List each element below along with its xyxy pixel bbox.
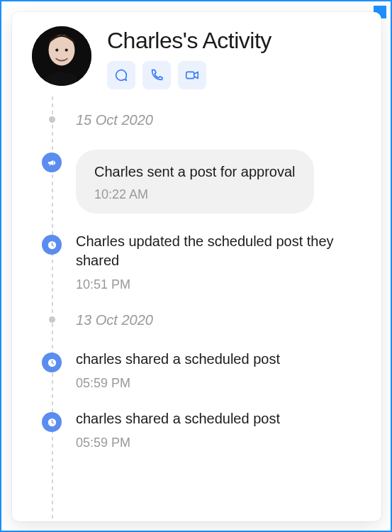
date-row: 15 Oct 2020: [52, 111, 362, 131]
activity-content: charles shared a scheduled post 05:59 PM: [76, 409, 362, 450]
date-label: 15 Oct 2020: [76, 111, 362, 131]
avatar: [32, 26, 91, 86]
clock-marker: [42, 235, 62, 255]
date-content: 15 Oct 2020: [76, 111, 362, 131]
activity-content: Charles updated the scheduled post they …: [76, 232, 362, 292]
activity-panel: Charles's Activity: [12, 12, 381, 521]
activity-text: Charles sent a post for approval: [94, 162, 296, 182]
clock-marker: [42, 353, 62, 372]
clock-marker: [42, 412, 62, 432]
clock-icon: [47, 358, 57, 368]
action-row: [107, 61, 362, 89]
page-title: Charles's Activity: [107, 28, 362, 54]
activity-text: charles shared a scheduled post: [76, 350, 362, 369]
clock-icon: [47, 240, 57, 250]
activity-row[interactable]: charles shared a scheduled post 05:59 PM: [52, 350, 362, 391]
activity-time: 10:22 AM: [94, 187, 296, 202]
activity-content: charles shared a scheduled post 05:59 PM: [76, 350, 362, 391]
date-content: 13 Oct 2020: [76, 311, 362, 331]
video-icon: [184, 67, 200, 83]
header-right: Charles's Activity: [107, 26, 362, 89]
clock-icon: [47, 417, 57, 428]
panel-header: Charles's Activity: [32, 26, 362, 89]
activity-row[interactable]: Charles sent a post for approval 10:22 A…: [52, 150, 362, 214]
video-button[interactable]: [178, 61, 206, 89]
activity-content: Charles sent a post for approval 10:22 A…: [76, 150, 362, 214]
chat-button[interactable]: [107, 61, 135, 89]
date-marker: [49, 116, 55, 123]
activity-time: 05:59 PM: [76, 376, 362, 391]
date-marker: [49, 316, 55, 323]
activity-bubble: Charles sent a post for approval 10:22 A…: [76, 150, 314, 214]
date-label: 13 Oct 2020: [76, 311, 362, 331]
activity-text: Charles updated the scheduled post they …: [76, 232, 362, 270]
svg-point-3: [65, 49, 68, 52]
activity-text: charles shared a scheduled post: [76, 409, 362, 428]
activity-row[interactable]: charles shared a scheduled post 05:59 PM: [52, 409, 362, 450]
megaphone-icon: [47, 157, 57, 168]
megaphone-marker: [42, 153, 62, 172]
activity-row[interactable]: Charles updated the scheduled post they …: [52, 232, 362, 292]
svg-rect-4: [186, 72, 194, 78]
activity-time: 05:59 PM: [76, 436, 362, 450]
timeline: 15 Oct 2020 Charles sent a post for appr…: [52, 96, 362, 450]
svg-point-2: [55, 49, 58, 52]
chat-icon: [113, 67, 129, 83]
outer-frame: Charles's Activity: [0, 0, 392, 532]
avatar-image: [32, 26, 91, 86]
call-icon: [149, 67, 164, 83]
activity-time: 10:51 PM: [76, 277, 362, 292]
call-button[interactable]: [142, 61, 171, 89]
date-row: 13 Oct 2020: [52, 311, 362, 331]
